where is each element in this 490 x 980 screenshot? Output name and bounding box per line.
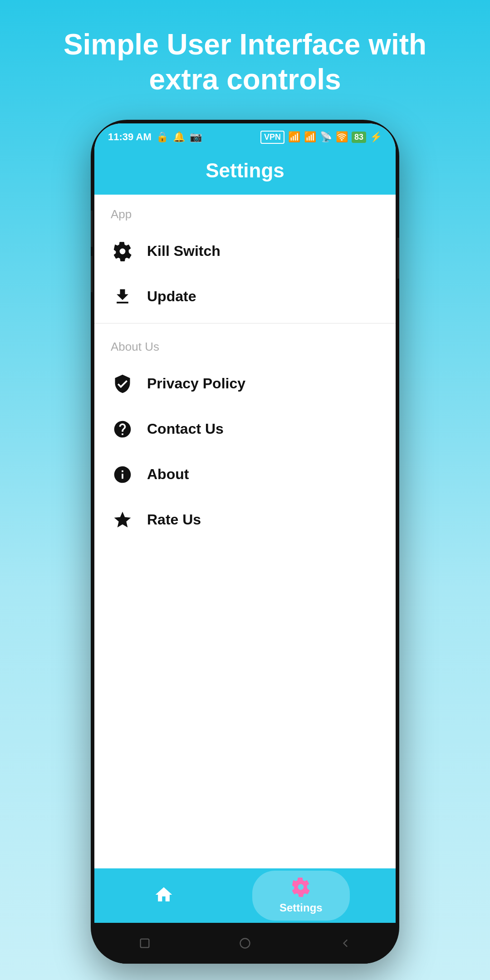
phone-screen: 11:39 AM 🔒 🔔 📷 VPN 📶 📶 📡 🛜 83 ⚡ Settings [94, 123, 396, 923]
settings-nav-icon [291, 877, 311, 899]
volume-down-button [91, 256, 93, 292]
power-button [397, 238, 399, 279]
content-area: App Kill Switch Update Abo [94, 195, 396, 868]
page-title: Settings [206, 159, 284, 181]
status-time: 11:39 AM [108, 131, 152, 143]
section-divider [94, 323, 396, 323]
vpn-badge: VPN [260, 131, 284, 144]
status-icon-lock: 🔒 [156, 131, 168, 143]
home-icon [154, 885, 174, 906]
privacy-policy-label: Privacy Policy [147, 375, 245, 392]
status-bar: 11:39 AM 🔒 🔔 📷 VPN 📶 📶 📡 🛜 83 ⚡ [94, 123, 396, 148]
android-recents-btn[interactable] [137, 935, 153, 951]
signal-icon-2: 📶 [304, 131, 316, 143]
nav-settings[interactable]: Settings [252, 871, 350, 921]
menu-item-rate-us[interactable]: Rate Us [94, 497, 396, 543]
android-nav [94, 923, 396, 964]
kill-switch-label: Kill Switch [147, 243, 220, 260]
rate-us-label: Rate Us [147, 511, 201, 528]
star-icon [111, 508, 134, 532]
bottom-nav: Settings [94, 868, 396, 923]
svg-rect-0 [140, 939, 149, 947]
menu-item-about[interactable]: About [94, 452, 396, 497]
contact-us-label: Contact Us [147, 421, 224, 437]
status-right: VPN 📶 📶 📡 🛜 83 ⚡ [260, 131, 382, 144]
update-label: Update [147, 288, 196, 305]
menu-item-contact-us[interactable]: Contact Us [94, 407, 396, 452]
svg-point-1 [240, 938, 250, 948]
menu-item-privacy-policy[interactable]: Privacy Policy [94, 361, 396, 407]
wifi-icon-2: 🛜 [336, 131, 348, 143]
page-headline: Simple User Interface with extra control… [0, 0, 490, 120]
settings-nav-label: Settings [279, 902, 323, 914]
menu-item-kill-switch[interactable]: Kill Switch [94, 229, 396, 274]
help-circle-icon [111, 417, 134, 441]
status-icon-notify: 🔔 [173, 131, 185, 143]
section-label-about-us: About Us [94, 327, 396, 361]
status-icon-screenshot: 📷 [190, 131, 202, 143]
menu-item-update[interactable]: Update [94, 274, 396, 319]
phone-shell: 11:39 AM 🔒 🔔 📷 VPN 📶 📶 📡 🛜 83 ⚡ Settings [91, 120, 399, 964]
section-label-app: App [94, 195, 396, 229]
android-back-btn[interactable] [337, 935, 353, 951]
charging-icon: ⚡ [370, 131, 382, 143]
app-header: Settings [94, 148, 396, 195]
nav-home[interactable] [140, 880, 187, 911]
signal-icon-1: 📶 [288, 131, 300, 143]
gear-icon [111, 240, 134, 263]
about-label: About [147, 466, 189, 483]
wifi-icon-1: 📡 [320, 131, 332, 143]
volume-up-button [91, 211, 93, 247]
shield-icon [111, 372, 134, 396]
battery-badge: 83 [352, 132, 366, 143]
status-left: 11:39 AM 🔒 🔔 📷 [108, 131, 202, 143]
download-icon [111, 285, 134, 309]
android-home-btn[interactable] [237, 935, 253, 951]
info-circle-icon [111, 463, 134, 486]
